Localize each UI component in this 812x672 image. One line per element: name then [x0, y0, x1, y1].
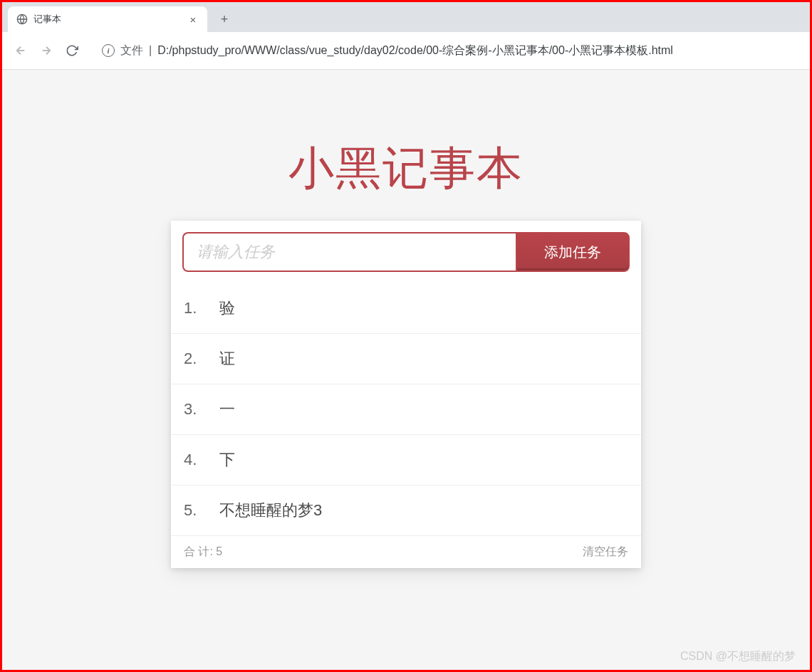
input-row: 添加任务 — [171, 221, 641, 283]
globe-icon — [16, 14, 28, 25]
clear-button[interactable]: 清空任务 — [583, 545, 628, 560]
browser-tab[interactable]: 记事本 × — [8, 6, 207, 32]
item-index: 5. — [184, 501, 219, 520]
watermark: CSDN @不想睡醒的梦 — [680, 649, 796, 664]
list-item[interactable]: 5. 不想睡醒的梦3 — [171, 485, 641, 536]
url-text: D:/phpstudy_pro/WWW/class/vue_study/day0… — [157, 43, 673, 58]
item-index: 2. — [184, 350, 219, 368]
browser-chrome: 记事本 × + i 文件 | D:/phpstudy_pro/WWW/clas — [2, 2, 810, 70]
task-input[interactable] — [182, 232, 516, 272]
list-item[interactable]: 1. 验 — [171, 283, 641, 334]
list-item[interactable]: 2. 证 — [171, 334, 641, 384]
item-index: 3. — [184, 400, 219, 419]
count-label: 合 计: — [184, 545, 213, 557]
back-button[interactable] — [9, 39, 32, 62]
info-icon: i — [102, 44, 115, 57]
item-text: 不想睡醒的梦3 — [219, 500, 628, 521]
new-tab-button[interactable]: + — [214, 9, 234, 29]
add-task-button[interactable]: 添加任务 — [516, 232, 630, 272]
todo-card: 添加任务 1. 验 2. 证 3. 一 4. 下 5. 不想睡醒的梦3 — [171, 221, 641, 568]
close-icon[interactable]: × — [187, 14, 199, 25]
tab-title: 记事本 — [33, 13, 182, 26]
list-item[interactable]: 3. 一 — [171, 384, 641, 435]
item-index: 4. — [184, 451, 219, 469]
item-text: 验 — [219, 298, 628, 319]
item-index: 1. — [184, 299, 219, 317]
count-value: 5 — [216, 545, 222, 557]
address-bar[interactable]: i 文件 | D:/phpstudy_pro/WWW/class/vue_stu… — [93, 39, 803, 62]
count-display: 合 计: 5 — [184, 545, 222, 560]
todo-footer: 合 计: 5 清空任务 — [171, 536, 641, 568]
list-item[interactable]: 4. 下 — [171, 435, 641, 485]
tab-strip: 记事本 × + — [2, 2, 810, 32]
item-text: 一 — [219, 399, 628, 420]
item-text: 下 — [219, 449, 628, 471]
file-scheme-label: 文件 — [120, 43, 143, 58]
item-text: 证 — [219, 348, 628, 369]
page-content: 小黑记事本 添加任务 1. 验 2. 证 3. 一 4. 下 — [2, 70, 810, 670]
browser-toolbar: i 文件 | D:/phpstudy_pro/WWW/class/vue_stu… — [2, 32, 810, 70]
todo-list: 1. 验 2. 证 3. 一 4. 下 5. 不想睡醒的梦3 — [171, 283, 641, 536]
forward-button[interactable] — [35, 39, 58, 62]
reload-button[interactable] — [61, 39, 83, 62]
app-title: 小黑记事本 — [2, 70, 810, 221]
